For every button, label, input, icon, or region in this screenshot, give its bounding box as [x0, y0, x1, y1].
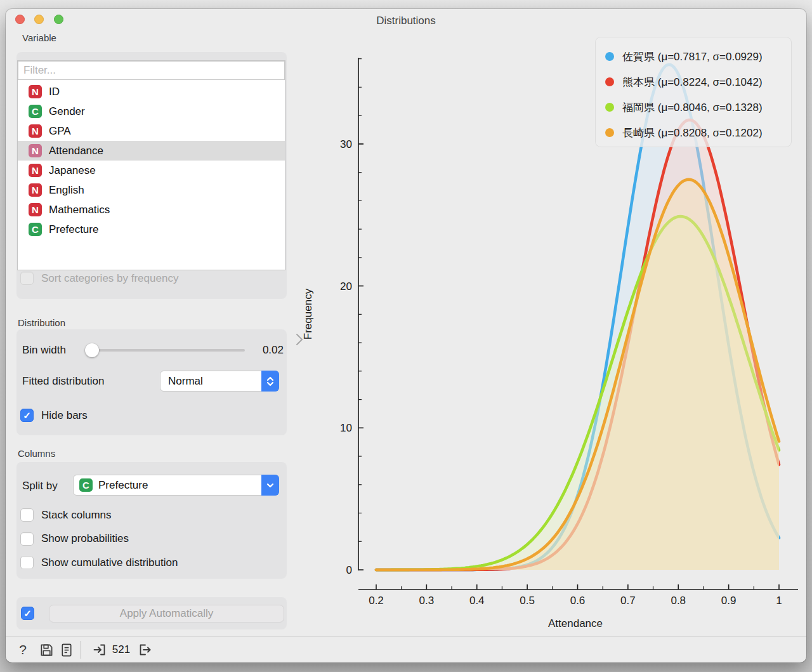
numeric-badge: N [29, 85, 42, 98]
legend-dot-icon [605, 77, 614, 86]
chevron-down-icon [261, 475, 279, 496]
hide-bars-label: Hide bars [41, 409, 88, 422]
svg-text:0.3: 0.3 [419, 595, 435, 607]
checkbox-row: Stack columns [20, 508, 112, 522]
svg-text:10: 10 [340, 422, 352, 434]
variable-row-id[interactable]: NID [18, 82, 285, 102]
variable-panel: NIDCGenderNGPANAttendanceNJapaneseNEngli… [16, 52, 287, 299]
checkbox-stack-columns[interactable] [20, 508, 34, 522]
checkbox-label: Stack columns [41, 509, 112, 522]
numeric-badge: N [29, 164, 42, 177]
legend-dot-icon [605, 128, 614, 137]
legend-item: 熊本県 (μ=0.8224, σ=0.1042) [605, 69, 791, 95]
svg-text:0.2: 0.2 [369, 595, 384, 607]
variable-row-gpa[interactable]: NGPA [18, 121, 285, 141]
variable-row-english[interactable]: NEnglish [18, 180, 285, 200]
checkbox-show-cumulative-distribution[interactable] [20, 556, 34, 569]
fitted-distribution-select[interactable]: Normal [160, 371, 279, 392]
bin-width-label: Bin width [22, 344, 66, 357]
svg-text:0.6: 0.6 [570, 595, 586, 607]
distributions-window: 01020300.20.30.40.50.60.70.80.91Frequenc… [6, 9, 806, 662]
checkbox-show-probabilities[interactable] [20, 532, 34, 546]
variable-row-prefecture[interactable]: CPrefecture [18, 220, 285, 239]
title-bar: Distributions [6, 9, 806, 33]
variable-list: NIDCGenderNGPANAttendanceNJapaneseNEngli… [18, 82, 285, 239]
fitted-distribution-label: Fitted distribution [22, 375, 104, 388]
import-icon[interactable] [92, 636, 107, 662]
categorical-badge: C [79, 478, 93, 492]
legend-label: 熊本県 (μ=0.8224, σ=0.1042) [622, 75, 763, 89]
variable-row-gender[interactable]: CGender [18, 102, 285, 121]
svg-text:30: 30 [340, 138, 352, 150]
sort-categories-label: Sort categories by frequency [41, 272, 178, 285]
columns-section-label: Columns [18, 448, 55, 459]
bin-width-slider-thumb[interactable] [85, 343, 99, 357]
numeric-badge: N [29, 203, 42, 216]
sort-categories-row: Sort categories by frequency [20, 272, 178, 285]
distribution-panel: Bin width 0.02 Fitted distribution Norma… [16, 329, 287, 435]
svg-text:0.7: 0.7 [620, 595, 636, 607]
save-icon[interactable] [39, 636, 54, 662]
columns-panel: Split by C Prefecture Stack columnsShow … [16, 462, 287, 579]
distribution-section-label: Distribution [18, 317, 65, 328]
variable-label: Attendance [49, 145, 103, 157]
split-by-value: Prefecture [98, 479, 148, 492]
categorical-badge: C [29, 223, 42, 236]
legend-label: 福岡県 (μ=0.8046, σ=0.1328) [622, 100, 763, 115]
variable-row-mathematics[interactable]: NMathematics [18, 200, 285, 220]
categorical-badge: C [29, 105, 42, 118]
variable-row-japanese[interactable]: NJapanese [18, 161, 285, 180]
legend-label: 佐賀県 (μ=0.7817, σ=0.0929) [622, 49, 763, 64]
legend-dot-icon [605, 103, 614, 112]
report-icon[interactable] [59, 636, 74, 662]
variable-label: Gender [49, 105, 85, 118]
checkbox-label: Show cumulative distribution [41, 557, 178, 569]
variable-list-box: NIDCGenderNGPANAttendanceNJapaneseNEngli… [17, 60, 285, 270]
bin-width-value: 0.02 [263, 344, 284, 357]
legend-dot-icon [605, 52, 614, 61]
variable-label: Mathematics [49, 204, 110, 216]
svg-text:0.9: 0.9 [721, 595, 737, 607]
split-by-label: Split by [22, 480, 58, 492]
svg-text:1: 1 [776, 595, 782, 607]
panel-collapse-chevron-icon[interactable] [294, 333, 304, 346]
numeric-badge: N [29, 124, 42, 138]
checkbox-row: Show cumulative distribution [20, 556, 178, 569]
variable-label: GPA [49, 125, 71, 138]
hide-bars-row: Hide bars [20, 409, 88, 422]
window-title: Distributions [6, 15, 806, 27]
export-icon[interactable] [138, 636, 153, 662]
split-by-select[interactable]: C Prefecture [73, 475, 279, 496]
fitted-distribution-value: Normal [168, 375, 203, 388]
filter-input[interactable] [18, 61, 285, 80]
checkbox-row: Show probabilities [20, 532, 129, 546]
variable-row-attendance[interactable]: NAttendance [18, 141, 285, 161]
apply-panel: Apply Automatically [16, 597, 287, 629]
sort-categories-checkbox [20, 272, 34, 285]
x-axis-title: Attendance [548, 617, 603, 629]
variable-label: Prefecture [49, 223, 98, 236]
toolbar-divider [81, 641, 81, 659]
variable-label: Japanese [49, 164, 96, 177]
apply-automatically-button[interactable]: Apply Automatically [49, 605, 284, 623]
legend-item: 佐賀県 (μ=0.7817, σ=0.0929) [605, 44, 791, 69]
legend-item: 長崎県 (μ=0.8208, σ=0.1202) [605, 120, 791, 145]
stepper-updown-icon [261, 371, 279, 392]
help-icon[interactable]: ? [16, 636, 30, 662]
apply-automatically-checkbox[interactable] [21, 607, 34, 620]
svg-text:0.8: 0.8 [671, 595, 686, 607]
svg-text:0: 0 [346, 564, 352, 576]
numeric-badge: N [29, 144, 42, 157]
checkbox-label: Show probabilities [41, 532, 129, 545]
bin-width-slider[interactable] [86, 349, 245, 352]
numeric-badge: N [29, 183, 42, 197]
svg-text:0.4: 0.4 [469, 595, 485, 607]
row-count: 521 [110, 636, 132, 662]
chart-legend: 佐賀県 (μ=0.7817, σ=0.0929)熊本県 (μ=0.8224, σ… [595, 37, 792, 147]
svg-text:20: 20 [340, 280, 352, 293]
legend-item: 福岡県 (μ=0.8046, σ=0.1328) [605, 95, 791, 120]
variable-label: ID [49, 86, 60, 98]
svg-text:0.5: 0.5 [520, 595, 535, 607]
variable-section-label: Variable [22, 32, 56, 43]
hide-bars-checkbox[interactable] [20, 409, 34, 422]
